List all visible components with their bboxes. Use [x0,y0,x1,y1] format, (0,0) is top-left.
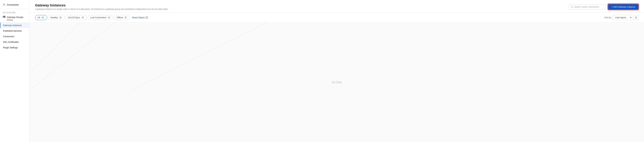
page-description: A gateway instance is a single node or s… [35,8,168,10]
sidebar-item-gateway-instances[interactable]: Gateway Instances [0,22,30,28]
sidebar-item-plugin-settings-label: Plugin Settings [3,46,18,49]
sidebar-item-plugin-settings[interactable]: Plugin Settings [0,45,30,50]
filter-offline-count: 0 [124,16,128,19]
sidebar: Consumers API Runtime Gateway Groups def… [0,0,30,142]
filter-healthy-label: Healthy [50,16,58,19]
filter-bar: All 0 Healthy 0 Out Of Sync 0 Lost Conne… [30,12,644,23]
svg-point-4 [4,17,5,17]
sidebar-item-consumers[interactable]: Consumers [0,34,30,39]
gateway-groups-sub: default [3,19,27,21]
filter-out-of-sync-count: 0 [81,16,85,19]
filter-tab-offline[interactable]: Offline 0 [114,15,130,20]
svg-point-0 [4,4,4,5]
sidebar-top: Consumers [0,1,30,9]
info-icon [146,16,148,19]
about-status-label: About Status [132,16,144,19]
sort-direction-icon [635,16,637,19]
search-icon [571,6,573,8]
search-placeholder: Search name, description [574,5,599,8]
user-icon [3,3,6,6]
svg-line-13 [131,23,267,90]
sidebar-item-published-services[interactable]: Published Services [0,28,30,34]
svg-line-12 [30,23,114,90]
sidebar-item-published-services-label: Published Services [3,30,22,32]
filter-tab-healthy[interactable]: Healthy 0 [48,15,65,20]
sort-select[interactable]: Last report... [613,15,632,20]
sidebar-item-ssl-certificates[interactable]: SSL Certificates [0,39,30,45]
page-title: Gateway Instances [35,3,168,7]
filter-offline-label: Offline [116,16,123,19]
filter-lost-connection-count: 0 [107,16,111,19]
server-icon [3,16,6,18]
sidebar-item-gateway-instances-label: Gateway Instances [3,24,22,26]
sidebar-section-label: API Runtime [0,10,30,14]
main-content: Gateway Instances A gateway instance is … [30,0,644,142]
sidebar-user-label: Consumers [7,3,19,6]
sort-direction-button[interactable] [634,15,638,20]
svg-point-5 [571,6,572,7]
filter-healthy-count: 0 [59,16,62,19]
svg-point-3 [4,16,5,16]
sidebar-gateway-groups-header: Gateway Groups [3,16,27,18]
filter-all-count: 0 [41,16,44,19]
no-data-label: No Data [332,81,342,84]
add-gateway-instance-button[interactable]: + Add Gateway Instance [608,4,638,10]
sidebar-item-consumers-label: Consumers [3,35,14,38]
sidebar-gateway-groups[interactable]: Gateway Groups default [0,14,30,22]
filter-tab-out-of-sync[interactable]: Out Of Sync 0 [66,15,87,20]
search-box[interactable]: Search name, description [568,4,606,9]
svg-line-6 [572,7,573,8]
filter-tab-all[interactable]: All 0 [35,15,47,20]
sort-controls: Sort by Last report... [604,15,638,20]
sidebar-user: Consumers [3,3,27,6]
page-header: Gateway Instances A gateway instance is … [30,0,644,12]
filter-out-of-sync-label: Out Of Sync [68,16,80,19]
about-status-link[interactable]: About Status [132,16,148,19]
content-area: No Data [30,23,644,142]
gateway-groups-label: Gateway Groups [7,16,24,18]
filter-all-label: All [38,16,40,19]
filter-lost-connection-label: Lost Connection [90,16,106,19]
sidebar-item-ssl-certificates-label: SSL Certificates [3,41,19,43]
sort-by-label: Sort by [604,16,611,19]
filter-tab-lost-connection[interactable]: Lost Connection 0 [88,15,113,20]
svg-line-11 [30,23,80,73]
add-button-label: + Add Gateway Instance [611,5,635,8]
